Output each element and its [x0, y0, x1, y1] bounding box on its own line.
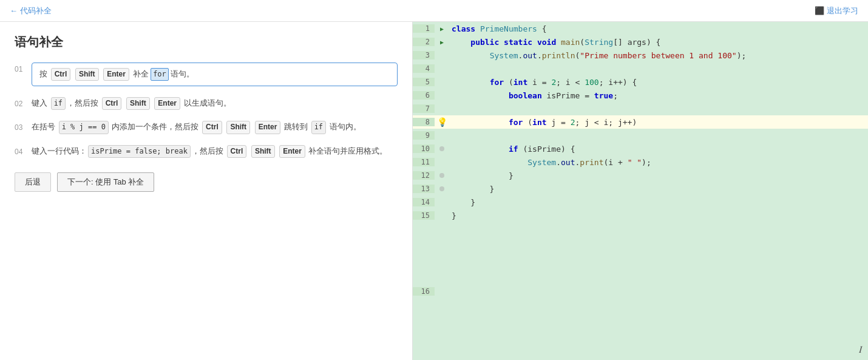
code-line-13: 13 } — [413, 182, 868, 195]
code-line-5: 5 for (int i = 2; i < 100; i++) { — [413, 75, 868, 89]
steps-container: 01 按 Ctrl Shift Enter 补全 for 语句。 02 键入 i… — [15, 63, 398, 158]
code-line-3: 3 System.out.println("Prime numbers betw… — [413, 49, 868, 62]
code-condition: i % j == 0 — [59, 121, 109, 134]
key-shift: Shift — [75, 68, 99, 81]
line-indicator-12 — [435, 173, 449, 178]
code-line-6: 6 boolean isPrime = true; — [413, 89, 868, 102]
keyword-for: for — [151, 68, 169, 81]
line-number-2: 2 — [413, 38, 435, 46]
code-content-5: for (int i = 2; i < 100; i++) { — [449, 78, 868, 87]
code-content-10: if (isPrime) { — [449, 144, 868, 154]
right-panel: 1 ▶ class PrimeNumbers { 2 ▶ public stat… — [413, 22, 868, 360]
play-icon-2: ▶ — [440, 39, 444, 46]
code-content-2: public static void main(String[] args) { — [449, 38, 868, 47]
line-indicator-8: 💡 — [435, 117, 449, 127]
line-number-1: 1 — [413, 24, 435, 33]
line-number-4: 4 — [413, 64, 435, 73]
line-number-15: 15 — [413, 211, 435, 220]
step-01: 01 按 Ctrl Shift Enter 补全 for 语句。 — [15, 63, 398, 86]
step-03: 03 在括号 i % j == 0 内添加一个条件，然后按 Ctrl Shift… — [15, 121, 398, 134]
code-content-6: boolean isPrime = true; — [449, 91, 868, 100]
code-line-7: 7 — [413, 102, 868, 115]
step-03-number: 03 — [15, 122, 32, 134]
dot-icon-13 — [439, 186, 444, 191]
key-enter-2: Enter — [154, 97, 180, 110]
line-number-6: 6 — [413, 91, 435, 100]
code-line-4: 4 — [413, 62, 868, 75]
code-content-3: System.out.println("Prime numbers betwee… — [449, 51, 868, 60]
code-content-1: class PrimeNumbers { — [449, 24, 868, 33]
step-04-number: 04 — [15, 146, 32, 158]
exit-icon: ⬛ — [815, 6, 824, 15]
back-link[interactable]: ← 代码补全 — [10, 5, 52, 16]
line-number-8: 8 — [413, 118, 435, 126]
code-line-16: 16 — [413, 222, 868, 360]
back-button[interactable]: 后退 — [15, 172, 51, 192]
step-01-content: 按 Ctrl Shift Enter 补全 for 语句。 — [32, 63, 398, 86]
line-indicator-13 — [435, 186, 449, 191]
next-button[interactable]: 下一个: 使用 Tab 补全 — [57, 172, 154, 192]
top-nav: ← 代码补全 ⬛ 退出学习 — [0, 0, 868, 22]
line-number-11: 11 — [413, 158, 435, 166]
code-line-11: 11 System.out.print(i + " "); — [413, 155, 868, 169]
line-number-16: 16 — [413, 287, 435, 296]
code-if-1: if — [51, 97, 66, 110]
dot-icon-12 — [439, 173, 444, 178]
line-number-3: 3 — [413, 51, 435, 59]
key-enter-4: Enter — [279, 145, 305, 158]
line-number-13: 13 — [413, 185, 435, 193]
code-line-2: 2 ▶ public static void main(String[] arg… — [413, 35, 868, 49]
line-number-5: 5 — [413, 78, 435, 86]
code-line-14: 14 } — [413, 195, 868, 209]
code-content-13: } — [449, 185, 868, 194]
code-content-11: System.out.print(i + " "); — [449, 158, 868, 167]
bulb-icon-8: 💡 — [437, 117, 447, 127]
text-cursor: 𝐼 — [859, 344, 862, 355]
step-02-number: 02 — [15, 98, 32, 110]
step-02-content: 键入 if，然后按 Ctrl Shift Enter 以生成语句。 — [32, 97, 398, 110]
key-shift-3: Shift — [226, 121, 250, 134]
line-number-7: 7 — [413, 104, 435, 113]
key-ctrl-2: Ctrl — [102, 97, 122, 110]
code-isfalse: isPrime = false; break — [88, 145, 191, 158]
back-label: 代码补全 — [20, 5, 52, 16]
code-line-1: 1 ▶ class PrimeNumbers { — [413, 22, 868, 35]
key-ctrl-4: Ctrl — [227, 145, 247, 158]
exit-link[interactable]: ⬛ 退出学习 — [815, 5, 858, 16]
exit-label: 退出学习 — [827, 5, 858, 16]
code-if-2: if — [311, 121, 326, 134]
key-ctrl-3: Ctrl — [202, 121, 222, 134]
step-03-content: 在括号 i % j == 0 内添加一个条件，然后按 Ctrl Shift En… — [32, 121, 398, 134]
code-line-12: 12 } — [413, 169, 868, 182]
code-editor: 1 ▶ class PrimeNumbers { 2 ▶ public stat… — [413, 22, 868, 360]
code-line-10: 10 if (isPrime) { — [413, 142, 868, 155]
code-content-15: } — [449, 211, 868, 220]
key-enter: Enter — [103, 68, 129, 81]
line-number-9: 9 — [413, 131, 435, 140]
code-line-8: 8 💡 for (int j = 2; j < i; j++) — [413, 115, 868, 129]
code-content-8: for (int j = 2; j < i; j++) — [449, 118, 868, 127]
key-shift-2: Shift — [126, 97, 150, 110]
back-arrow-icon: ← — [10, 6, 18, 15]
line-number-12: 12 — [413, 171, 435, 180]
line-number-14: 14 — [413, 198, 435, 206]
line-indicator-2: ▶ — [435, 39, 449, 46]
line-indicator-1: ▶ — [435, 25, 449, 32]
line-indicator-10 — [435, 146, 449, 151]
left-panel: 语句补全 01 按 Ctrl Shift Enter 补全 for 语句。 02… — [0, 22, 413, 360]
main-content: 语句补全 01 按 Ctrl Shift Enter 补全 for 语句。 02… — [0, 22, 868, 360]
step-04-content: 键入一行代码：isPrime = false; break，然后按 Ctrl S… — [32, 145, 398, 158]
code-content-14: } — [449, 198, 868, 207]
key-enter-3: Enter — [255, 121, 281, 134]
panel-title: 语句补全 — [15, 34, 398, 50]
step-01-number: 01 — [15, 64, 32, 75]
key-shift-4: Shift — [251, 145, 275, 158]
step-04: 04 键入一行代码：isPrime = false; break，然后按 Ctr… — [15, 145, 398, 158]
line-number-10: 10 — [413, 144, 435, 153]
code-line-15: 15 } — [413, 209, 868, 222]
code-line-9: 9 — [413, 129, 868, 142]
play-icon-1: ▶ — [440, 25, 444, 32]
key-ctrl: Ctrl — [51, 68, 71, 81]
step-02: 02 键入 if，然后按 Ctrl Shift Enter 以生成语句。 — [15, 97, 398, 110]
code-content-12: } — [449, 171, 868, 180]
